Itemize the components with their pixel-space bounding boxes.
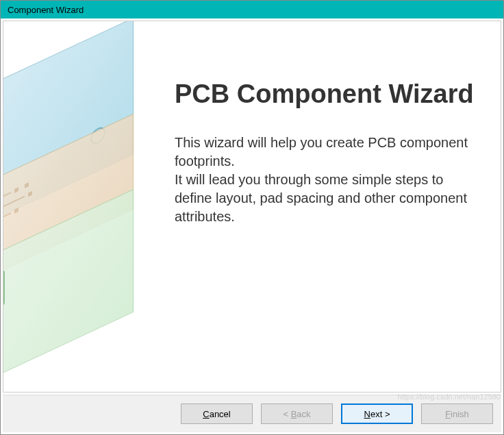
wizard-heading: PCB Component Wizard [175,79,480,110]
pcb-graphic [3,21,161,392]
finish-button: Finish [421,403,493,424]
cancel-button[interactable]: Cancel [181,403,253,424]
back-button: < Back [261,403,333,424]
wizard-window: Component Wizard [0,0,504,435]
content-area: PCB Component Wizard This wizard will he… [3,21,501,393]
window-title: Component Wizard [8,5,84,15]
titlebar[interactable]: Component Wizard [1,1,503,18]
next-button[interactable]: Next > [341,403,413,424]
button-bar: Cancel < Back Next > Finish [3,395,501,432]
wizard-description: This wizard will help you create PCB com… [175,134,480,226]
main-content: PCB Component Wizard This wizard will he… [161,21,501,392]
